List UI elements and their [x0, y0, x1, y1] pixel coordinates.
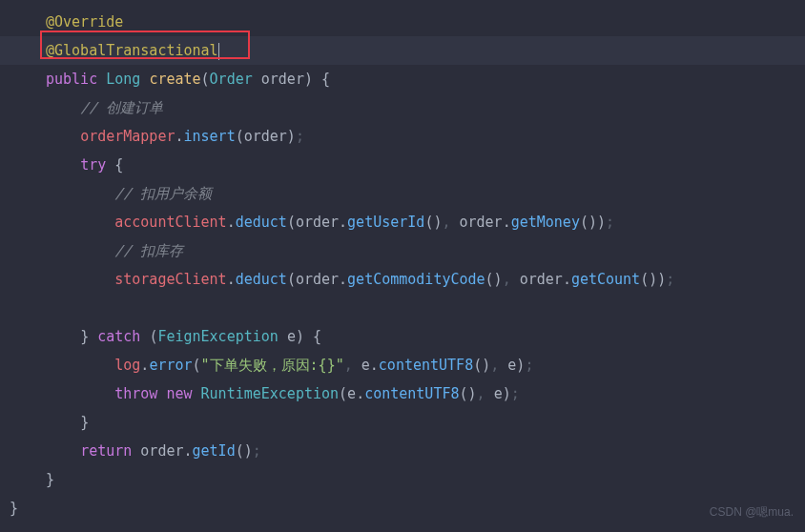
- code-line: throw new RuntimeException(e.contentUTF8…: [0, 379, 805, 408]
- code-line: orderMapper.insert(order);: [0, 122, 805, 151]
- annotation: @GlobalTransactional: [46, 42, 218, 59]
- code-line: // 创建订单: [0, 93, 805, 122]
- annotation: @Override: [46, 13, 123, 31]
- code-line: } catch (FeignException e) {: [0, 322, 805, 351]
- code-line: }: [0, 494, 805, 522]
- code-line: accountClient.deduct(order.getUserId(), …: [0, 208, 805, 236]
- code-editor[interactable]: @Override @GlobalTransactional public Lo…: [0, 8, 805, 522]
- code-line-highlighted: @GlobalTransactional: [0, 36, 805, 65]
- code-line: @Override: [0, 8, 805, 36]
- code-line: }: [0, 465, 805, 494]
- code-line: [0, 294, 805, 322]
- code-line: try {: [0, 151, 805, 179]
- code-line: log.error("下单失败，原因:{}", e.contentUTF8(),…: [0, 351, 805, 379]
- code-line: // 扣用户余额: [0, 179, 805, 208]
- code-line: return order.getId();: [0, 437, 805, 465]
- text-cursor: [218, 43, 219, 60]
- code-line: }: [0, 408, 805, 437]
- code-line: storageClient.deduct(order.getCommodityC…: [0, 265, 805, 294]
- code-line: public Long create(Order order) {: [0, 65, 805, 93]
- watermark: CSDN @嗯mua.: [710, 498, 794, 526]
- code-line: // 扣库存: [0, 236, 805, 265]
